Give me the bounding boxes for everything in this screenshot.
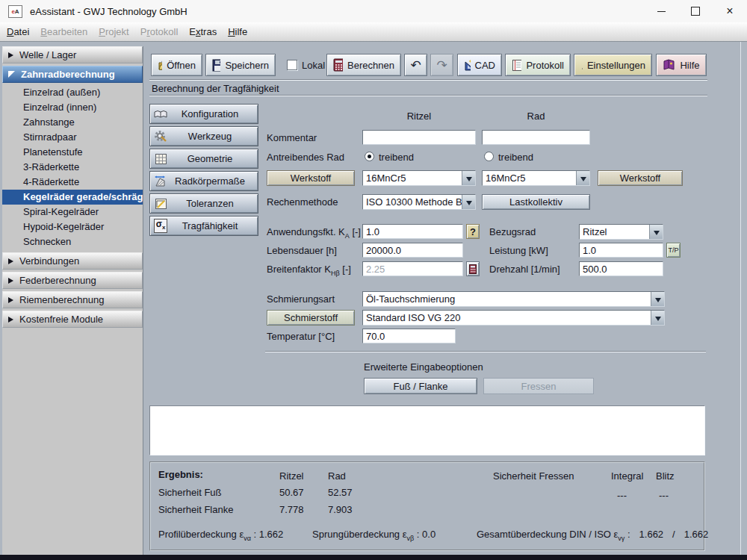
close-button[interactable]: × [713, 0, 747, 22]
menu-item-hilfe[interactable]: Hilfe [228, 26, 247, 37]
reference-gear-label: Bezugsrad [489, 226, 536, 237]
results-col-integral: Integral [611, 470, 643, 482]
grid-icon [150, 153, 171, 165]
sidebar-item-4-raederkette[interactable]: 4-Räderkette [2, 175, 143, 190]
window-edge-highlight [740, 42, 741, 555]
sidebar-section-welle-lager[interactable]: Welle / Lager [2, 46, 143, 63]
tools-icon [580, 59, 583, 71]
material-select-gear[interactable]: 16MnCr5 [482, 170, 590, 186]
message-box [149, 405, 705, 455]
sidebar-item-stirnradpaar[interactable]: Stirnradpaar [2, 130, 143, 145]
window-title: eAssistant - GWJ Technology GmbH [30, 6, 187, 17]
local-checkbox-label: Lokal [302, 60, 325, 71]
sidebar-item-hypoid-kegelraeder[interactable]: Hypoid-Kegelräder [2, 220, 143, 234]
sidebar-section-riemenberechnung[interactable]: Riemenberechnung [2, 291, 143, 308]
lubrication-type-select[interactable]: Öl-Tauchschmierung [362, 291, 665, 307]
results-title: Ergebnis: [158, 469, 203, 480]
width-factor-calc-button[interactable] [466, 261, 480, 276]
speed-label: Drehzahl [1/min] [489, 264, 560, 275]
report-button[interactable]: Protokoll [505, 54, 571, 76]
menu-item-datei[interactable]: Datei [7, 26, 29, 37]
results-col-rad: Rad [328, 470, 346, 482]
speed-input[interactable] [579, 261, 663, 276]
sidebar-section-zahnradberechnung[interactable]: Zahnradberechnung [2, 66, 143, 83]
separator [265, 351, 706, 352]
chevron-down-icon [651, 311, 664, 325]
reference-gear-select[interactable]: Ritzel [579, 224, 663, 240]
sidebar-item-schnecken[interactable]: Schnecken [2, 234, 143, 249]
dimension-icon [150, 175, 171, 187]
results-panel: Ergebnis: Ritzel Rad Sicherheit Fressen … [149, 461, 705, 551]
tolerance-chart-icon [150, 198, 171, 210]
konfiguration-button[interactable]: Konfiguration [149, 104, 258, 124]
radkoerpermasse-button[interactable]: Radkörpermaße [149, 171, 258, 191]
chevron-right-icon [8, 52, 13, 58]
sigma-icon: σx [150, 219, 171, 233]
maximize-icon [691, 7, 700, 16]
minimize-button[interactable] [644, 0, 678, 22]
chevron-right-icon [8, 297, 13, 303]
sidebar-item-spiral-kegelraeder[interactable]: Spiral-Kegelräder [2, 205, 143, 220]
root-flank-button[interactable]: Fuß / Flanke [364, 378, 477, 394]
profile-overlap: Profilüberdeckung εvα : 1.662 [158, 529, 283, 542]
load-spectrum-button[interactable]: Lastkollektiv [482, 194, 590, 210]
material-select-pinion[interactable]: 16MnCr5 [362, 170, 476, 186]
lubricant-button[interactable]: Schmierstoff [267, 310, 355, 326]
menu-item-extras[interactable]: Extras [189, 26, 217, 37]
sidebar-item-einzelrad-innen[interactable]: Einzelrad (innen) [2, 100, 143, 115]
sidebar-section-verbindungen[interactable]: Verbindungen [2, 252, 143, 270]
werkzeug-button[interactable]: Werkzeug [149, 126, 258, 146]
separator [149, 95, 707, 96]
sidebar-section-federberechnung[interactable]: Federberechnung [2, 272, 143, 289]
life-input[interactable] [362, 243, 463, 258]
material-button-gear[interactable]: Werkstoff [598, 170, 683, 186]
result-root-safety-label: Sicherheit Fuß [158, 487, 222, 498]
sidebar-item-zahnstange[interactable]: Zahnstange [2, 115, 143, 130]
undo-button[interactable]: ↶ [404, 54, 427, 76]
geometrie-button[interactable]: Geometrie [149, 149, 258, 169]
driving-radio-pinion[interactable] [365, 152, 374, 161]
menu-item-bearbeiten: Bearbeiten [40, 26, 87, 37]
comment-input-pinion[interactable] [362, 130, 476, 145]
chevron-right-icon [8, 317, 13, 323]
settings-button[interactable]: Einstellungen [574, 54, 652, 76]
menu-item-protokoll: Protokoll [140, 26, 179, 37]
comment-label: Kommentar [267, 132, 317, 143]
result-flash-value: --- [659, 490, 669, 501]
tragfaehigkeit-button[interactable]: σx Tragfähigkeit [149, 216, 258, 236]
save-floppy-icon [212, 59, 220, 72]
width-factor-input [362, 261, 463, 276]
save-button[interactable]: Speichern [205, 54, 276, 76]
torque-power-toggle-button[interactable]: T/P [666, 243, 681, 258]
help-button[interactable]: Hilfe [656, 54, 707, 76]
window-bottom-bar [0, 555, 747, 560]
lubricant-select[interactable]: Standard ISO VG 220 [362, 310, 665, 326]
report-page-icon [512, 59, 521, 72]
sidebar-item-einzelrad-aussen[interactable]: Einzelrad (außen) [2, 85, 143, 100]
open-button[interactable]: Öffnen [151, 54, 202, 76]
title-bar: eA eAssistant - GWJ Technology GmbH × [0, 0, 747, 23]
minimize-icon [657, 11, 666, 12]
local-checkbox[interactable] [287, 60, 297, 70]
sidebar-section-kostenfreie-module[interactable]: Kostenfreie Module [2, 311, 143, 328]
application-factor-input[interactable] [362, 224, 463, 239]
driving-radio-gear[interactable] [484, 152, 494, 161]
chevron-down-icon [576, 171, 589, 185]
comment-input-gear[interactable] [482, 130, 590, 145]
temperature-input[interactable] [362, 329, 456, 343]
material-button-pinion[interactable]: Werkstoff [267, 170, 355, 186]
calculate-button[interactable]: Berechnen [326, 54, 401, 76]
driving-gear-label: Antreibendes Rad [267, 152, 344, 163]
power-input[interactable] [579, 243, 663, 258]
results-col-scuffing: Sicherheit Fressen [493, 470, 574, 482]
app-icon: eA [8, 5, 22, 18]
sidebar-item-planetenstufe[interactable]: Planetenstufe [2, 145, 143, 160]
application-factor-help-button[interactable]: ? [466, 224, 480, 239]
result-flank-safety-pinion: 7.778 [279, 504, 304, 515]
sidebar-item-kegelraeder-gerade-schraeg[interactable]: Kegelräder gerade/schräg [2, 190, 143, 205]
sidebar-item-3-raederkette[interactable]: 3-Räderkette [2, 160, 143, 175]
method-select[interactable]: ISO 10300 Methode B1 [362, 194, 476, 210]
cad-button[interactable]: CAD [457, 54, 502, 76]
toleranzen-button[interactable]: Toleranzen [149, 193, 258, 214]
maximize-button[interactable] [678, 0, 713, 22]
